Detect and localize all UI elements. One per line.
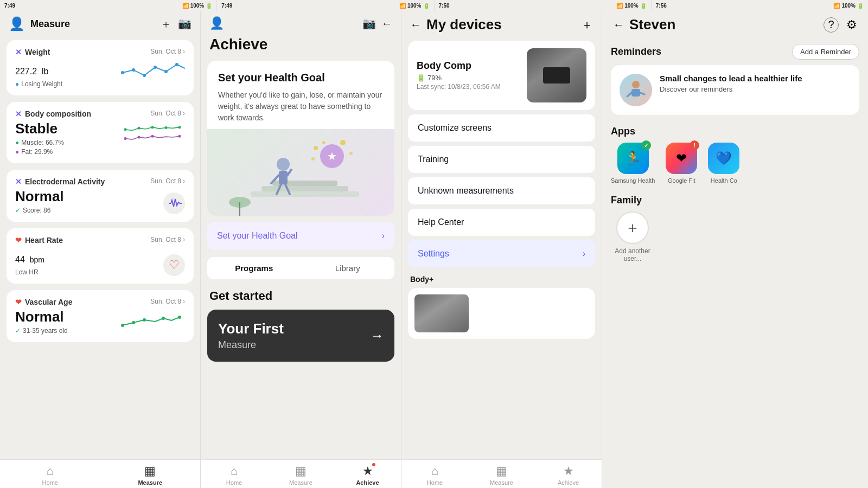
vascular-title: ❤ Vascular Age: [15, 298, 72, 306]
health-co-icon: 💙: [708, 143, 739, 174]
reminders-section: Reminders Add a Reminder: [602, 38, 868, 120]
heart-rate-card[interactable]: ❤ Heart Rate Sun, Oct 8 › 44 bpm Low HR …: [7, 228, 194, 284]
camera-icon-2[interactable]: 📷: [362, 17, 376, 30]
svg-point-4: [164, 70, 168, 73]
eda-title: ✕ Electrodermal Activity: [15, 177, 105, 186]
svg-point-6: [124, 128, 127, 131]
time-1: 7:49: [4, 3, 15, 9]
app-samsung-health[interactable]: 🏃 ✓ Samsung Health: [611, 143, 655, 184]
get-started-card[interactable]: Your First Measure →: [207, 310, 394, 362]
nav-home-2[interactable]: ⌂ Home: [201, 464, 267, 486]
time-2: 7:49: [221, 3, 232, 9]
camera-icon[interactable]: 📷: [178, 17, 192, 31]
menu-unknown-measurements[interactable]: Unknown measurements: [408, 177, 595, 204]
body-plus-title: Body+: [401, 269, 602, 286]
achieve-card-title: Set your Health Goal: [218, 72, 384, 84]
body-comp-date: Sun, Oct 8 ›: [150, 110, 185, 117]
body-comp-title: ✕ Body composition: [15, 110, 91, 118]
svg-line-28: [288, 170, 291, 175]
measure-nav-icon: ▦: [144, 464, 156, 478]
nav-measure-1[interactable]: ▦ Measure: [100, 464, 201, 486]
family-add-wrapper: ＋ Add another user...: [611, 211, 654, 262]
panel-steven: ← Steven ? ⚙ Reminders Add a Reminder: [602, 11, 868, 488]
svg-rect-42: [631, 89, 640, 97]
settings-icon[interactable]: ⚙: [846, 18, 857, 32]
app-health-co[interactable]: 💙 Health Co: [708, 143, 739, 184]
body-comp-fat: ● Fat: 29.9%: [15, 148, 185, 156]
svg-rect-23: [261, 186, 348, 191]
measure-bottom-nav: ⌂ Home ▦ Measure: [0, 459, 200, 488]
back-icon[interactable]: ←: [381, 17, 392, 30]
weight-card[interactable]: ✕ Weight Sun, Oct 8 › 227.2 lb ● Losing …: [7, 40, 194, 95]
svg-point-18: [132, 321, 135, 324]
eda-date: Sun, Oct 8 ›: [150, 177, 185, 185]
body-plus-card[interactable]: [408, 288, 595, 339]
user-icon[interactable]: 👤: [9, 16, 25, 31]
google-fit-icon: ❤ !: [666, 143, 697, 174]
status-bars: 7:49 📶 100% 🔋 7:49 📶 100% 🔋 7:50 📶 100% …: [0, 0, 868, 11]
svg-text:★: ★: [327, 150, 337, 162]
device-battery: 🔋 79%: [417, 74, 501, 82]
reminder-card-title: Small changes to lead a healthier life: [660, 74, 802, 83]
measure-icon-3: ▦: [496, 464, 507, 478]
health-goal-button[interactable]: Set your Health Goal ›: [207, 222, 394, 249]
nav-home-3[interactable]: ⌂ Home: [401, 464, 468, 486]
nav-achieve[interactable]: ★ Achieve: [334, 464, 401, 486]
menu-training[interactable]: Training: [408, 146, 595, 173]
nav-measure-2[interactable]: ▦ Measure: [267, 464, 334, 486]
hr-title: ❤ Heart Rate: [15, 236, 63, 245]
vascular-card[interactable]: ❤ Vascular Age Sun, Oct 8 › Normal ✓ 31-…: [7, 290, 194, 342]
achieve-bottom-nav: ⌂ Home ▦ Measure ★ Achieve: [201, 459, 401, 488]
svg-point-20: [162, 317, 165, 320]
body-comp-card[interactable]: ✕ Body composition Sun, Oct 8 › Stable ●…: [7, 102, 194, 163]
add-device-icon[interactable]: ＋: [581, 17, 593, 33]
svg-rect-26: [279, 171, 288, 184]
eda-score: ✓ Score: 86: [15, 207, 185, 214]
nav-achieve-label-3: Achieve: [558, 479, 579, 486]
eda-card[interactable]: ✕ Electrodermal Activity Sun, Oct 8 › No…: [7, 170, 194, 222]
help-icon[interactable]: ?: [824, 17, 839, 33]
svg-point-37: [349, 152, 353, 155]
body-comp-device-card[interactable]: Body Comp 🔋 79% Last sync: 10/8/23, 06:5…: [408, 41, 595, 110]
weight-sparkline: [120, 56, 185, 86]
get-started-title: Get started: [201, 284, 401, 306]
menu-help-center[interactable]: Help Center: [408, 209, 595, 236]
add-family-button[interactable]: ＋: [616, 211, 649, 244]
reminders-header: Reminders Add a Reminder: [611, 44, 859, 60]
nav-home-1[interactable]: ⌂ Home: [0, 464, 100, 486]
steven-title: Steven: [629, 16, 675, 33]
svg-point-2: [143, 74, 146, 77]
tab-programs[interactable]: Programs: [207, 257, 301, 279]
tab-library[interactable]: Library: [301, 257, 395, 279]
add-icon[interactable]: ＋: [161, 17, 171, 31]
achieve-tabs: Programs Library: [207, 257, 394, 279]
svg-point-7: [138, 127, 141, 130]
svg-point-0: [121, 71, 124, 74]
health-goal-label: Set your Health Goal: [217, 231, 298, 241]
time-4: 7:56: [656, 3, 667, 9]
nav-achieve-3[interactable]: ★ Achieve: [535, 464, 602, 486]
svg-point-13: [151, 135, 154, 138]
achieve-title-area: Achieve: [201, 36, 401, 57]
devices-header: ← My devices ＋: [401, 11, 602, 38]
samsung-health-icon: 🏃 ✓: [617, 143, 649, 174]
svg-point-34: [311, 157, 315, 160]
hr-icon: ♡: [163, 254, 185, 276]
device-image: [527, 48, 586, 102]
menu-settings[interactable]: Settings ›: [408, 240, 595, 267]
nav-measure-3[interactable]: ▦ Measure: [468, 464, 535, 486]
user-icon-2[interactable]: 👤: [209, 16, 224, 30]
svg-point-1: [132, 68, 135, 72]
back-icon-steven[interactable]: ←: [613, 18, 624, 31]
app-google-fit[interactable]: ❤ ! Google Fit: [666, 143, 697, 184]
add-family-label: Add another user...: [611, 247, 654, 262]
google-fit-label: Google Fit: [668, 177, 695, 184]
svg-point-12: [138, 136, 141, 139]
menu-customize[interactable]: Customize screens: [408, 114, 595, 142]
add-reminder-button[interactable]: Add a Reminder: [792, 44, 859, 60]
panel-measure: 👤 Measure ＋ 📷 ✕ Weight Sun, Oct 8 ›: [0, 11, 201, 488]
achieve-card-text: Whether you'd like to gain, lose, or mai…: [218, 89, 384, 124]
vascular-date: Sun, Oct 8 ›: [150, 298, 185, 305]
back-icon-devices[interactable]: ←: [410, 18, 421, 31]
measure-icon-2: ▦: [295, 464, 307, 478]
